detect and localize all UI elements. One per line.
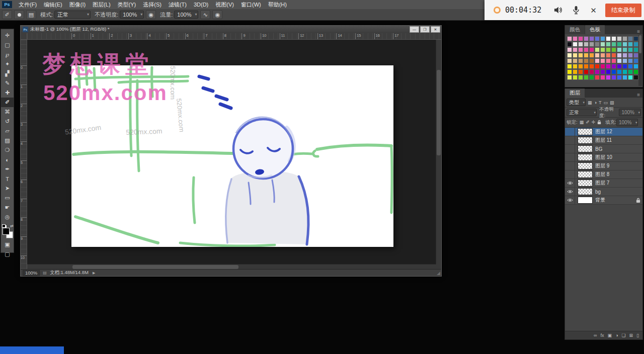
gradient-tool[interactable]: ▨ — [1, 136, 14, 145]
screen-mode-button[interactable]: ▢ — [1, 249, 14, 259]
menubar-item[interactable]: 视图(V) — [212, 0, 237, 9]
color-swatch[interactable] — [600, 69, 605, 74]
menubar-item[interactable]: 3D(D) — [190, 0, 212, 9]
color-swatch[interactable] — [628, 42, 633, 47]
color-swatch[interactable] — [573, 47, 578, 52]
layers-blend-mode-select[interactable]: 正常 — [567, 109, 597, 116]
color-swatch[interactable] — [578, 42, 583, 47]
color-swatch[interactable] — [578, 69, 583, 74]
color-swatch[interactable] — [595, 53, 600, 58]
swatches-scrollbar[interactable] — [638, 35, 642, 86]
color-swatch[interactable] — [611, 64, 616, 69]
color-swatch[interactable] — [573, 58, 578, 63]
marquee-tool[interactable]: ▢ — [1, 40, 14, 50]
document-titlebar[interactable]: Ps 未标题-1 @ 100% (图层 12, RGB/8) * — ❐ ✕ — [21, 26, 441, 34]
quick-mask-button[interactable]: ▣ — [1, 240, 14, 249]
color-swatch[interactable] — [589, 58, 594, 63]
default-colors-icon[interactable] — [2, 224, 6, 228]
color-swatch[interactable] — [606, 69, 611, 74]
layer-visibility-toggle[interactable] — [565, 128, 575, 136]
layer-row[interactable]: 图层 9 — [565, 162, 642, 170]
eraser-tool[interactable]: ▱ — [1, 126, 14, 136]
history-brush-tool[interactable]: ↺ — [1, 117, 14, 126]
color-swatch[interactable] — [633, 53, 638, 58]
menubar-item[interactable]: 滤镜(T) — [165, 0, 190, 9]
panel-menu-icon[interactable]: ≡ — [634, 29, 642, 34]
color-swatch[interactable] — [622, 47, 627, 52]
color-swatch[interactable] — [567, 47, 572, 52]
healing-brush-tool[interactable]: ✚ — [1, 88, 14, 98]
color-swatch[interactable] — [573, 75, 578, 80]
brush-preset-picker[interactable] — [14, 10, 24, 19]
eyedropper-tool[interactable]: ✎ — [1, 78, 14, 88]
lock-position-icon[interactable]: ✛ — [592, 120, 596, 126]
color-swatch[interactable] — [628, 69, 633, 74]
color-swatch[interactable] — [584, 53, 589, 58]
vertical-ruler[interactable]: 012345678910 — [21, 40, 27, 270]
crop-tool[interactable]: ▞ — [1, 69, 14, 78]
add-layer-mask-icon[interactable]: ▣ — [607, 333, 612, 338]
color-swatch[interactable] — [595, 75, 600, 80]
lock-transparent-pixels-icon[interactable]: ▦ — [580, 120, 584, 126]
new-layer-icon[interactable]: ⊞ — [629, 333, 633, 338]
filter-shape-icon[interactable]: ▭ — [603, 100, 608, 105]
color-swatch[interactable] — [567, 42, 572, 47]
layer-row[interactable]: bg — [565, 188, 642, 196]
color-swatch[interactable] — [628, 36, 633, 41]
color-swatch[interactable] — [584, 64, 589, 69]
adjustment-layer-icon[interactable]: ◑ — [615, 333, 618, 338]
color-swatch[interactable] — [589, 42, 594, 47]
layer-visibility-toggle[interactable] — [565, 153, 575, 161]
color-swatch[interactable] — [595, 64, 600, 69]
vertical-scrollbar-thumb[interactable] — [437, 70, 441, 155]
color-swatch[interactable] — [584, 36, 589, 41]
color-swatch[interactable] — [573, 53, 578, 58]
color-swatch[interactable] — [633, 69, 638, 74]
brush-tool-preset-icon[interactable]: ✐ — [2, 10, 12, 19]
color-swatch[interactable] — [617, 42, 622, 47]
layer-row[interactable]: 图层 11 — [565, 136, 642, 145]
filter-type-icon[interactable]: T — [599, 100, 602, 105]
color-swatch[interactable] — [633, 64, 638, 69]
color-swatch[interactable] — [595, 47, 600, 52]
layer-row[interactable]: 图层 12 — [565, 128, 642, 136]
horizontal-scrollbar-thumb[interactable] — [72, 265, 238, 269]
color-swatch[interactable] — [567, 53, 572, 58]
color-swatch[interactable] — [617, 69, 622, 74]
color-swatch[interactable] — [617, 36, 622, 41]
color-swatch[interactable] — [622, 42, 627, 47]
layer-row[interactable]: 图层 8 — [565, 170, 642, 179]
color-swatch[interactable] — [589, 75, 594, 80]
color-swatch[interactable] — [595, 36, 600, 41]
swap-colors-icon[interactable]: ⇄ — [10, 224, 14, 228]
delete-layer-icon[interactable]: ▯ — [636, 333, 639, 338]
menubar-item[interactable]: 选择(S) — [139, 0, 165, 9]
color-swatch[interactable] — [589, 53, 594, 58]
color-swatch[interactable] — [600, 58, 605, 63]
layers-panel-menu-icon[interactable]: ≡ — [634, 92, 642, 98]
layer-visibility-toggle[interactable] — [565, 136, 575, 144]
layer-visibility-toggle[interactable] — [565, 188, 575, 196]
color-swatch[interactable] — [611, 58, 616, 63]
vertical-scrollbar[interactable] — [436, 40, 441, 270]
color-swatch[interactable] — [606, 53, 611, 58]
color-swatch[interactable] — [578, 53, 583, 58]
recorder-close-icon[interactable]: ✕ — [590, 7, 597, 14]
color-swatch[interactable] — [633, 58, 638, 63]
color-swatch[interactable] — [606, 58, 611, 63]
pressure-opacity-icon[interactable]: ◉ — [146, 10, 156, 19]
clone-stamp-tool[interactable]: ⌘ — [1, 107, 14, 117]
type-tool[interactable]: T — [1, 174, 14, 184]
color-swatch[interactable] — [584, 58, 589, 63]
color-swatch[interactable] — [578, 75, 583, 80]
status-menu-arrow-icon[interactable]: ▶ — [93, 271, 95, 275]
color-swatch[interactable] — [611, 36, 616, 41]
color-swatch[interactable] — [633, 36, 638, 41]
filter-smart-object-icon[interactable]: ▧ — [610, 100, 614, 105]
color-swatch[interactable] — [611, 69, 616, 74]
color-swatch[interactable] — [617, 64, 622, 69]
stop-recording-button[interactable]: 结束录制 — [605, 4, 641, 17]
ruler-origin-corner[interactable] — [21, 33, 27, 40]
layer-style-icon[interactable]: fx — [600, 333, 604, 338]
color-swatch[interactable] — [606, 75, 611, 80]
